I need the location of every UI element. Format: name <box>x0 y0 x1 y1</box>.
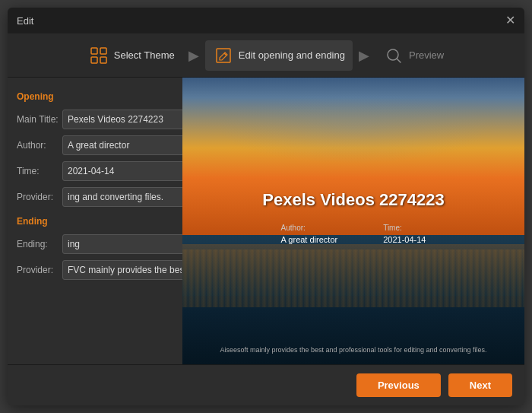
preview-author-col: Author: A great director <box>281 224 338 244</box>
author-input[interactable] <box>62 135 182 155</box>
step-edit-opening-ending[interactable]: Edit opening and ending <box>205 40 353 71</box>
previous-button[interactable]: Previous <box>356 373 441 397</box>
left-panel: Opening Main Title: Author: Time: Provid… <box>8 78 182 364</box>
preview-author-key: Author: <box>281 224 338 232</box>
author-label: Author: <box>17 140 62 151</box>
edit-icon <box>213 45 234 66</box>
toolbar: Select Theme ▶ Edit opening and ending ▶ <box>8 33 524 78</box>
preview-content: Pexels Videos 2274223 Author: A great di… <box>182 78 524 364</box>
main-title-label: Main Title: <box>17 114 62 125</box>
edit-window: Edit ✕ Select Theme ▶ <box>8 8 524 405</box>
next-button[interactable]: Next <box>448 373 512 397</box>
svg-rect-4 <box>217 49 230 62</box>
provider-opening-label: Provider: <box>17 192 62 202</box>
provider-ending-input[interactable] <box>62 260 182 280</box>
time-label: Time: <box>17 166 62 176</box>
preview-time-val: 2021-04-14 <box>383 235 426 244</box>
ending-section-label: Ending <box>17 216 173 227</box>
ending-label: Ending: <box>17 239 62 249</box>
main-title-row: Main Title: <box>17 110 173 129</box>
preview-label: Preview <box>409 49 444 61</box>
preview-meta: Author: A great director Time: 2021-04-1… <box>281 224 426 244</box>
arrow-2: ▶ <box>359 47 369 64</box>
time-input[interactable] <box>62 161 182 181</box>
preview-video-title: Pexels Videos 2274223 <box>262 190 444 210</box>
arrow-1: ▶ <box>188 47 199 64</box>
right-panel: Pexels Videos 2274223 Author: A great di… <box>182 78 524 364</box>
select-theme-icon <box>88 45 109 66</box>
time-row: Time: <box>17 161 173 181</box>
edit-opening-ending-label: Edit opening and ending <box>239 49 345 61</box>
opening-section-label: Opening <box>17 91 173 102</box>
preview-author-val: A great director <box>281 235 338 244</box>
preview-time-key: Time: <box>383 224 426 232</box>
main-title-input[interactable] <box>62 110 182 129</box>
svg-rect-0 <box>91 48 97 54</box>
ending-row: Ending: <box>17 234 173 254</box>
provider-ending-row: Provider: <box>17 260 173 280</box>
window-title: Edit <box>17 15 33 27</box>
author-row: Author: <box>17 135 173 155</box>
svg-rect-1 <box>100 48 106 54</box>
preview-provider-text: Aiseesoft mainly provides the best and p… <box>182 346 524 354</box>
content-area: Opening Main Title: Author: Time: Provid… <box>8 78 524 364</box>
provider-opening-row: Provider: <box>17 187 173 207</box>
svg-rect-2 <box>91 57 97 63</box>
ending-input[interactable] <box>62 234 182 254</box>
provider-ending-label: Provider: <box>17 265 62 275</box>
title-bar: Edit ✕ <box>8 8 524 33</box>
provider-opening-input[interactable] <box>62 187 182 207</box>
footer: Previous Next <box>8 364 524 405</box>
preview-time-col: Time: 2021-04-14 <box>383 224 426 244</box>
step-select-theme[interactable]: Select Theme <box>81 40 182 71</box>
step-preview[interactable]: Preview <box>375 40 451 71</box>
close-button[interactable]: ✕ <box>505 14 515 27</box>
preview-background: Pexels Videos 2274223 Author: A great di… <box>182 78 524 364</box>
preview-icon <box>383 45 404 66</box>
select-theme-label: Select Theme <box>114 49 175 61</box>
svg-rect-3 <box>100 57 106 63</box>
